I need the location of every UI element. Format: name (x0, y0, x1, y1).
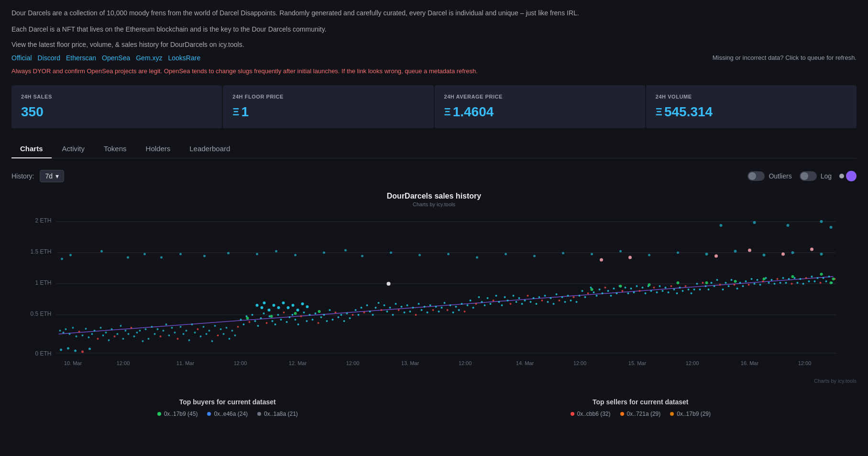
svg-point-31 (63, 332, 65, 334)
svg-point-249 (613, 288, 615, 289)
svg-text:2 ETH: 2 ETH (35, 217, 51, 224)
chart-subtitle: Charts by icy.tools (11, 201, 857, 207)
svg-point-67 (154, 333, 156, 335)
svg-point-170 (412, 307, 414, 309)
tab-leaderboard[interactable]: Leaderboard (181, 140, 239, 158)
svg-point-363 (820, 253, 823, 256)
svg-point-145 (256, 253, 258, 256)
svg-point-160 (384, 304, 385, 306)
svg-point-214 (524, 300, 526, 301)
svg-point-157 (375, 307, 377, 309)
svg-point-128 (318, 322, 319, 324)
svg-point-139 (349, 317, 351, 319)
dot-purple[interactable] (846, 171, 857, 181)
svg-point-270 (673, 289, 675, 290)
sellers-legend: Top sellers for current dataset 0x..cbb6… (434, 398, 847, 417)
link-looksrare[interactable]: LooksRare (168, 54, 200, 62)
tab-holders[interactable]: Holders (137, 140, 179, 158)
stats-grid: 24H SALES 350 24H FLOOR PRICE Ξ1 24H AVE… (11, 85, 857, 128)
svg-point-117 (286, 321, 288, 323)
svg-point-191 (390, 252, 392, 254)
stat-card-floor: 24H FLOOR PRICE Ξ1 (223, 85, 433, 128)
svg-point-292 (708, 289, 710, 290)
outliers-label: Outliers (769, 172, 791, 180)
svg-point-195 (470, 300, 472, 301)
history-select[interactable]: 7d ▾ (40, 170, 64, 182)
svg-point-185 (455, 306, 457, 308)
svg-point-238 (582, 290, 583, 292)
sellers-legend-title: Top sellers for current dataset (434, 398, 847, 406)
link-etherscan[interactable]: Etherscan (66, 54, 96, 62)
svg-point-153 (363, 311, 365, 313)
svg-point-118 (289, 316, 291, 318)
tab-charts[interactable]: Charts (11, 140, 52, 158)
svg-point-233 (476, 256, 478, 259)
svg-point-280 (677, 281, 680, 284)
link-gem[interactable]: Gem.xyz (136, 54, 162, 62)
svg-point-236 (562, 252, 564, 255)
svg-point-167 (404, 311, 406, 313)
tab-tokens[interactable]: Tokens (95, 140, 135, 158)
buyer-item-2: 0x..1a8a (21) (257, 411, 298, 417)
svg-point-308 (754, 283, 756, 285)
svg-point-108 (260, 317, 262, 319)
svg-point-203 (493, 300, 494, 301)
svg-point-169 (409, 311, 411, 312)
svg-point-172 (418, 303, 420, 305)
tab-activity[interactable]: Activity (54, 140, 94, 158)
svg-point-43 (100, 327, 102, 329)
svg-point-115 (280, 319, 282, 321)
svg-point-120 (295, 319, 297, 321)
log-toggle-item: Log (800, 171, 832, 181)
svg-point-70 (163, 330, 165, 332)
link-opensea[interactable]: OpenSea (102, 54, 130, 62)
svg-text:12:00: 12:00 (459, 360, 472, 366)
svg-point-109 (263, 312, 265, 314)
svg-point-282 (619, 250, 622, 253)
seller-dot-1 (620, 412, 624, 416)
svg-point-148 (323, 252, 325, 254)
svg-point-189 (387, 282, 391, 286)
svg-point-320 (788, 278, 790, 280)
svg-point-138 (346, 312, 348, 314)
svg-point-83 (200, 335, 202, 337)
svg-point-180 (441, 307, 443, 309)
svg-point-141 (246, 317, 249, 320)
missing-data-link[interactable]: Missing or incorrect data? Click to queu… (713, 54, 857, 61)
svg-text:0 ETH: 0 ETH (35, 350, 51, 357)
svg-point-114 (277, 314, 279, 316)
svg-point-264 (656, 291, 658, 293)
svg-point-246 (604, 287, 606, 289)
svg-point-346 (273, 304, 275, 307)
log-toggle[interactable] (800, 171, 817, 181)
svg-point-130 (323, 314, 325, 316)
svg-point-258 (639, 290, 641, 292)
svg-point-192 (418, 254, 421, 256)
outliers-toggle-item: Outliers (747, 171, 791, 181)
buyer-label-1: 0x..e46a (24) (214, 411, 248, 417)
svg-point-29 (88, 348, 91, 350)
svg-point-156 (372, 314, 374, 316)
svg-point-269 (670, 285, 672, 287)
svg-text:12:00: 12:00 (798, 360, 812, 366)
svg-point-40 (91, 333, 93, 335)
svg-point-239 (584, 296, 586, 298)
svg-point-198 (478, 296, 480, 298)
svg-point-52 (125, 330, 127, 332)
svg-point-235 (533, 255, 536, 257)
svg-point-211 (516, 301, 517, 303)
svg-point-47 (111, 328, 113, 330)
svg-point-225 (556, 293, 558, 295)
svg-point-183 (450, 304, 451, 306)
description-line1: Dour Darcels are a collection of 10,000 … (11, 8, 857, 18)
link-discord[interactable]: Discord (38, 54, 60, 62)
link-official[interactable]: Official (11, 54, 32, 62)
svg-point-26 (67, 347, 69, 350)
svg-point-136 (341, 314, 342, 316)
svg-point-60 (148, 338, 150, 340)
outliers-toggle[interactable] (747, 171, 765, 181)
svg-point-243 (596, 295, 598, 297)
svg-point-154 (366, 304, 368, 306)
svg-point-221 (544, 295, 546, 297)
svg-point-135 (338, 316, 340, 318)
